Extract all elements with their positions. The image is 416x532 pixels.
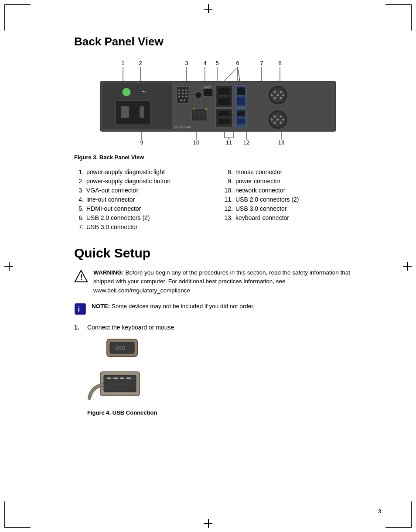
svg-point-28 xyxy=(178,93,180,94)
svg-text:13: 13 xyxy=(278,139,284,146)
svg-point-78 xyxy=(277,119,279,121)
note-icon: i xyxy=(74,303,86,315)
note-box: i NOTE: Some devices may not be included… xyxy=(74,302,372,315)
warning-body: Before you begin any of the procedures i… xyxy=(93,269,350,294)
item-num: 2. xyxy=(74,178,84,185)
svg-text:11: 11 xyxy=(226,139,232,146)
item-num: 1. xyxy=(74,168,84,175)
svg-point-55 xyxy=(280,97,282,100)
svg-point-52 xyxy=(277,94,279,96)
cross-mark-top xyxy=(204,4,212,13)
svg-rect-107 xyxy=(107,378,111,379)
svg-text:USB: USB xyxy=(114,345,125,351)
svg-point-18 xyxy=(122,88,131,96)
svg-point-80 xyxy=(274,122,276,124)
usb-connection-diagram: USB xyxy=(87,337,157,405)
corner-mark-tr xyxy=(385,4,412,31)
item-text: line-out connector xyxy=(86,196,135,203)
svg-rect-69 xyxy=(218,118,231,124)
item-list: 1.power-supply diagnostic light 2.power-… xyxy=(74,168,372,233)
step-number: 1. xyxy=(74,324,83,331)
list-item: 7.USB 3.0 connector xyxy=(74,223,223,230)
item-num: 8. xyxy=(223,168,233,175)
svg-point-81 xyxy=(280,122,282,124)
back-panel-diagram: 1 2 3 4 5 6 7 8 ~ xyxy=(74,57,344,149)
svg-point-31 xyxy=(178,96,180,97)
item-text: network connector xyxy=(235,187,285,194)
svg-rect-39 xyxy=(203,89,213,96)
svg-point-27 xyxy=(185,89,187,91)
svg-rect-108 xyxy=(113,378,118,379)
svg-rect-68 xyxy=(218,110,231,117)
item-num: 9. xyxy=(223,178,233,185)
list-item: 2.power-supply diagnostic button xyxy=(74,178,223,185)
item-text: USB 2.0 connectors (2) xyxy=(235,196,299,203)
svg-line-97 xyxy=(238,67,240,81)
svg-text:5: 5 xyxy=(215,60,218,66)
list-item: 3.VGA-out connector xyxy=(74,187,223,194)
list-item: 10.network connector xyxy=(223,187,372,194)
item-text: keyboard connector xyxy=(235,214,289,221)
svg-rect-109 xyxy=(120,378,124,379)
svg-text:10: 10 xyxy=(193,139,199,146)
list-item: 13.keyboard connector xyxy=(223,214,372,221)
svg-text:8: 8 xyxy=(278,60,281,66)
item-text: USB 3.0 connector xyxy=(235,205,287,212)
svg-point-53 xyxy=(283,94,285,96)
note-body: Some devices may not be included if you … xyxy=(112,303,255,309)
svg-point-26 xyxy=(182,89,184,91)
svg-rect-43 xyxy=(218,97,231,105)
svg-rect-42 xyxy=(218,87,231,95)
svg-rect-20 xyxy=(116,101,150,125)
svg-text:1: 1 xyxy=(121,60,124,66)
svg-point-49 xyxy=(274,91,276,93)
item-text: USB 2.0 connectors (2) xyxy=(86,214,150,221)
note-label: NOTE: xyxy=(92,303,110,309)
svg-rect-45 xyxy=(237,87,245,95)
svg-rect-72 xyxy=(237,118,245,124)
figure3-caption: Figure 3. Back Panel View xyxy=(74,154,372,161)
item-col-right: 8.mouse connector 9.power connector 10.n… xyxy=(223,168,372,233)
svg-rect-21 xyxy=(121,106,129,118)
step-1: 1. Connect the keyboard or mouse. xyxy=(74,324,372,331)
cross-mark-right xyxy=(403,262,412,271)
item-num: 3. xyxy=(74,187,84,194)
item-num: 10. xyxy=(223,187,233,194)
svg-line-96 xyxy=(224,67,238,81)
item-text: mouse connector xyxy=(235,168,282,175)
svg-text:HDMI: HDMI xyxy=(204,86,211,88)
svg-text:i: i xyxy=(78,305,80,313)
warning-icon: ! xyxy=(74,269,88,283)
svg-rect-71 xyxy=(237,110,245,117)
item-num: 7. xyxy=(74,223,84,230)
item-num: 13. xyxy=(223,214,233,221)
item-num: 6. xyxy=(74,214,84,221)
svg-text:9: 9 xyxy=(140,139,143,146)
svg-rect-22 xyxy=(140,106,144,118)
main-content: Back Panel View 1 2 3 4 5 6 7 8 xyxy=(74,35,372,416)
svg-rect-100 xyxy=(75,303,86,314)
svg-rect-110 xyxy=(126,378,131,379)
item-text: USB 3.0 connector xyxy=(86,223,138,230)
item-text: VGA-out connector xyxy=(86,187,138,194)
svg-point-54 xyxy=(274,97,276,100)
svg-point-32 xyxy=(182,96,184,97)
cross-mark-bottom xyxy=(204,519,212,528)
list-item: 1.power-supply diagnostic light xyxy=(74,168,223,175)
warning-label: WARNING: xyxy=(93,269,124,276)
list-item: 8.mouse connector xyxy=(223,168,372,175)
svg-point-51 xyxy=(271,94,273,96)
page-number: 3 xyxy=(378,508,381,515)
list-item: 4.line-out connector xyxy=(74,196,223,203)
svg-point-35 xyxy=(184,100,185,101)
item-text: HDMI-out connector xyxy=(86,205,141,212)
svg-text:|O| VGA Out: |O| VGA Out xyxy=(174,125,191,129)
warning-box: ! WARNING: Before you begin any of the p… xyxy=(74,268,372,295)
item-col-left: 1.power-supply diagnostic light 2.power-… xyxy=(74,168,223,233)
warning-text: WARNING: Before you begin any of the pro… xyxy=(93,268,372,295)
usb-figure: USB xyxy=(87,337,372,406)
corner-mark-tl xyxy=(4,4,31,31)
svg-text:6: 6 xyxy=(236,60,239,66)
item-text: power-supply diagnostic button xyxy=(86,178,170,185)
list-item: 12.USB 3.0 connector xyxy=(223,205,372,212)
